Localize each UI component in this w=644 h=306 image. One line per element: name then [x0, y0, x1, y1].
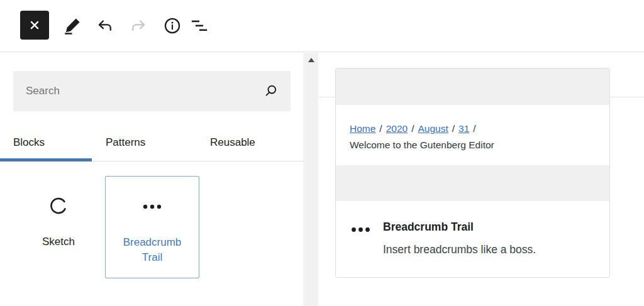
tab-reusable[interactable]: Reusable — [210, 136, 255, 149]
preview-breadcrumb-section: Home/2020/August/31/ Welcome to the Gute… — [336, 105, 609, 165]
info-icon — [162, 16, 182, 36]
preview-breadcrumb-link: 2020 — [386, 123, 408, 134]
preview-band-middle — [336, 165, 609, 201]
redo-icon — [128, 16, 148, 36]
breadcrumb-separator: / — [452, 123, 455, 134]
scroll-up-arrow[interactable] — [308, 58, 314, 62]
preview-breadcrumb-link: August — [418, 123, 448, 134]
close-inserter-button[interactable] — [20, 11, 49, 40]
breadcrumb-separator: / — [473, 123, 475, 134]
undo-icon — [95, 16, 116, 36]
breadcrumb-separator: / — [411, 123, 414, 134]
block-item-label: Sketch — [21, 234, 96, 249]
block-card-title: Breadcrumb Trail — [383, 221, 536, 233]
ellipsis-icon — [142, 195, 162, 219]
active-tab-indicator — [0, 158, 92, 161]
pencil-icon — [62, 16, 82, 36]
breadcrumb: Home/2020/August/31/ — [350, 123, 597, 134]
redo-button[interactable] — [126, 14, 150, 38]
vertical-scrollbar[interactable] — [305, 53, 318, 306]
sketch-circle-icon — [47, 194, 70, 218]
block-card: Breadcrumb Trail Insert breadcrumbs like… — [336, 201, 609, 277]
panel-right-border — [304, 53, 304, 306]
preview-breadcrumb-link: 31 — [458, 123, 469, 134]
block-preview-popover: Home/2020/August/31/ Welcome to the Gute… — [335, 68, 610, 278]
search-icon — [262, 83, 279, 100]
tab-patterns[interactable]: Patterns — [106, 136, 145, 149]
editor-toolbar — [0, 0, 644, 52]
list-view-button[interactable] — [187, 14, 211, 38]
preview-band-top — [336, 68, 609, 105]
tab-blocks[interactable]: Blocks — [13, 136, 45, 149]
block-item-label: Breadcrumb Trail — [115, 235, 189, 265]
breadcrumb-separator: / — [379, 123, 382, 134]
details-button[interactable] — [160, 14, 184, 38]
search-input[interactable] — [25, 84, 262, 98]
list-view-icon — [189, 15, 210, 36]
close-icon — [26, 17, 43, 33]
block-search-box — [13, 71, 291, 111]
block-item-breadcrumb-trail[interactable]: Breadcrumb Trail — [105, 176, 199, 278]
edit-mode-button[interactable] — [60, 14, 84, 38]
block-card-description: Insert breadcrumbs like a boss. — [383, 243, 536, 256]
preview-breadcrumb-link: Home — [350, 123, 375, 134]
block-item-sketch[interactable]: Sketch — [11, 176, 106, 278]
ellipsis-icon — [351, 225, 370, 277]
undo-button[interactable] — [93, 14, 117, 38]
preview-page-title: Welcome to the Gutenberg Editor — [350, 139, 597, 151]
